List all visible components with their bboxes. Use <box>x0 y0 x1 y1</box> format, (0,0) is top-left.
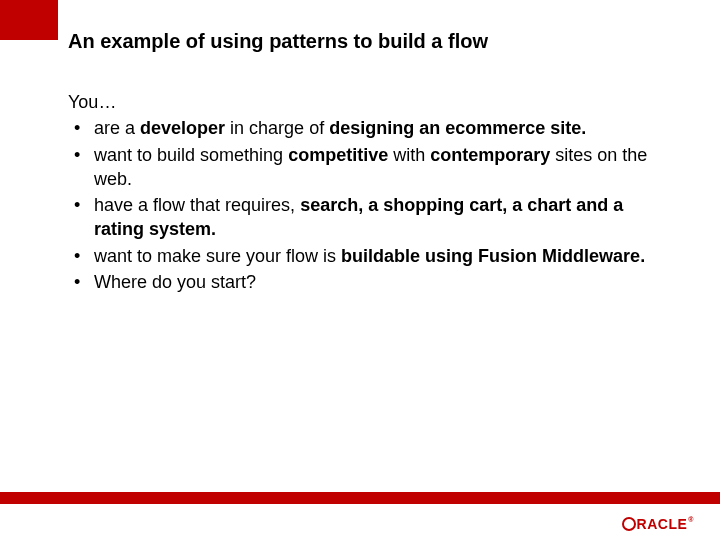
plain-text: want to build something <box>94 145 288 165</box>
bold-text: buildable using Fusion Middleware. <box>341 246 645 266</box>
header-accent-block <box>0 0 58 40</box>
slide: An example of using patterns to build a … <box>0 0 720 540</box>
list-item: want to build something competitive with… <box>68 143 668 192</box>
slide-body: You… are a developer in charge of design… <box>68 90 668 296</box>
slide-title: An example of using patterns to build a … <box>68 30 488 53</box>
bold-text: designing an ecommerce site. <box>329 118 586 138</box>
oracle-logo-text: RACLE® <box>637 516 694 532</box>
plain-text: have a flow that requires, <box>94 195 300 215</box>
footer-bar <box>0 492 720 504</box>
intro-text: You… <box>68 90 668 114</box>
list-item: Where do you start? <box>68 270 668 294</box>
plain-text: in charge of <box>225 118 329 138</box>
plain-text: with <box>388 145 430 165</box>
list-item: want to make sure your flow is buildable… <box>68 244 668 268</box>
bullet-list: are a developer in charge of designing a… <box>68 116 668 294</box>
plain-text: Where do you start? <box>94 272 256 292</box>
plain-text: are a <box>94 118 140 138</box>
list-item: have a flow that requires, search, a sho… <box>68 193 668 242</box>
list-item: are a developer in charge of designing a… <box>68 116 668 140</box>
bold-text: developer <box>140 118 225 138</box>
plain-text: want to make sure your flow is <box>94 246 341 266</box>
bold-text: contemporary <box>430 145 550 165</box>
bold-text: competitive <box>288 145 388 165</box>
oracle-logo: RACLE® <box>622 516 694 532</box>
oracle-o-icon <box>622 517 636 531</box>
